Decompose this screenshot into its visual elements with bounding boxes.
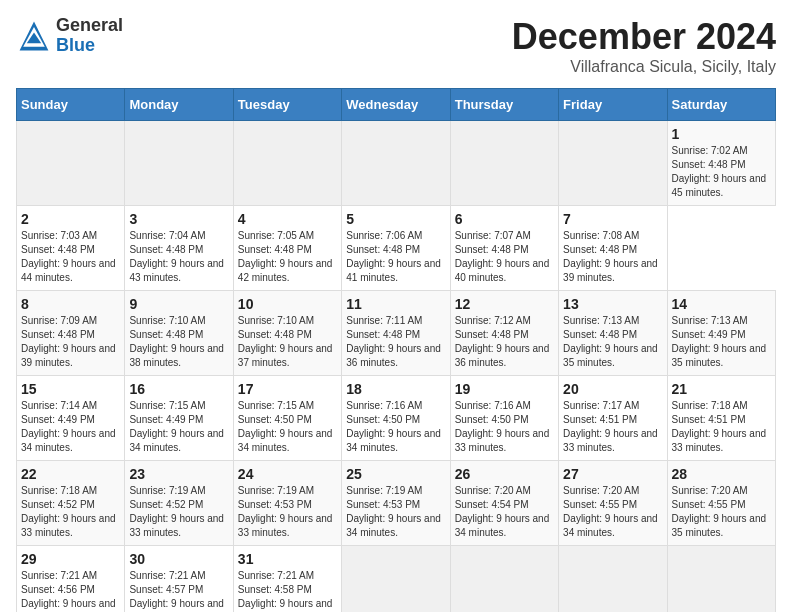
empty-cell [342,546,450,613]
header-saturday: Saturday [667,89,775,121]
calendar-day-27: 27Sunrise: 7:20 AMSunset: 4:55 PMDayligh… [559,461,667,546]
calendar-day-6: 6Sunrise: 7:07 AMSunset: 4:48 PMDaylight… [450,206,558,291]
empty-cell [667,546,775,613]
calendar-day-31: 31Sunrise: 7:21 AMSunset: 4:58 PMDayligh… [233,546,341,613]
location-title: Villafranca Sicula, Sicily, Italy [512,58,776,76]
calendar-week-row: 22Sunrise: 7:18 AMSunset: 4:52 PMDayligh… [17,461,776,546]
calendar-day-1: 1Sunrise: 7:02 AMSunset: 4:48 PMDaylight… [667,121,775,206]
calendar-day-22: 22Sunrise: 7:18 AMSunset: 4:52 PMDayligh… [17,461,125,546]
calendar-day-23: 23Sunrise: 7:19 AMSunset: 4:52 PMDayligh… [125,461,233,546]
calendar-table: SundayMondayTuesdayWednesdayThursdayFrid… [16,88,776,612]
calendar-day-16: 16Sunrise: 7:15 AMSunset: 4:49 PMDayligh… [125,376,233,461]
calendar-day-20: 20Sunrise: 7:17 AMSunset: 4:51 PMDayligh… [559,376,667,461]
calendar-day-11: 11Sunrise: 7:11 AMSunset: 4:48 PMDayligh… [342,291,450,376]
header-thursday: Thursday [450,89,558,121]
calendar-day-3: 3Sunrise: 7:04 AMSunset: 4:48 PMDaylight… [125,206,233,291]
calendar-day-5: 5Sunrise: 7:06 AMSunset: 4:48 PMDaylight… [342,206,450,291]
header-sunday: Sunday [17,89,125,121]
calendar-day-24: 24Sunrise: 7:19 AMSunset: 4:53 PMDayligh… [233,461,341,546]
header-wednesday: Wednesday [342,89,450,121]
header-friday: Friday [559,89,667,121]
calendar-day-15: 15Sunrise: 7:14 AMSunset: 4:49 PMDayligh… [17,376,125,461]
calendar-day-17: 17Sunrise: 7:15 AMSunset: 4:50 PMDayligh… [233,376,341,461]
empty-cell [450,121,558,206]
calendar-day-8: 8Sunrise: 7:09 AMSunset: 4:48 PMDaylight… [17,291,125,376]
logo-general: General [56,16,123,36]
calendar-week-row: 1Sunrise: 7:02 AMSunset: 4:48 PMDaylight… [17,121,776,206]
empty-cell [17,121,125,206]
calendar-week-row: 8Sunrise: 7:09 AMSunset: 4:48 PMDaylight… [17,291,776,376]
header-tuesday: Tuesday [233,89,341,121]
calendar-day-28: 28Sunrise: 7:20 AMSunset: 4:55 PMDayligh… [667,461,775,546]
calendar-week-row: 15Sunrise: 7:14 AMSunset: 4:49 PMDayligh… [17,376,776,461]
calendar-day-4: 4Sunrise: 7:05 AMSunset: 4:48 PMDaylight… [233,206,341,291]
calendar-day-9: 9Sunrise: 7:10 AMSunset: 4:48 PMDaylight… [125,291,233,376]
calendar-day-19: 19Sunrise: 7:16 AMSunset: 4:50 PMDayligh… [450,376,558,461]
empty-cell [233,121,341,206]
page-header: General Blue December 2024 Villafranca S… [16,16,776,76]
empty-cell [125,121,233,206]
calendar-day-10: 10Sunrise: 7:10 AMSunset: 4:48 PMDayligh… [233,291,341,376]
logo: General Blue [16,16,123,56]
calendar-day-13: 13Sunrise: 7:13 AMSunset: 4:48 PMDayligh… [559,291,667,376]
empty-cell [559,121,667,206]
calendar-day-25: 25Sunrise: 7:19 AMSunset: 4:53 PMDayligh… [342,461,450,546]
calendar-week-row: 29Sunrise: 7:21 AMSunset: 4:56 PMDayligh… [17,546,776,613]
logo-icon [16,18,52,54]
month-title: December 2024 [512,16,776,58]
calendar-header-row: SundayMondayTuesdayWednesdayThursdayFrid… [17,89,776,121]
calendar-day-2: 2Sunrise: 7:03 AMSunset: 4:48 PMDaylight… [17,206,125,291]
calendar-week-row: 2Sunrise: 7:03 AMSunset: 4:48 PMDaylight… [17,206,776,291]
empty-cell [342,121,450,206]
header-monday: Monday [125,89,233,121]
calendar-day-29: 29Sunrise: 7:21 AMSunset: 4:56 PMDayligh… [17,546,125,613]
calendar-day-21: 21Sunrise: 7:18 AMSunset: 4:51 PMDayligh… [667,376,775,461]
title-area: December 2024 Villafranca Sicula, Sicily… [512,16,776,76]
empty-cell [450,546,558,613]
calendar-day-12: 12Sunrise: 7:12 AMSunset: 4:48 PMDayligh… [450,291,558,376]
calendar-day-26: 26Sunrise: 7:20 AMSunset: 4:54 PMDayligh… [450,461,558,546]
empty-cell [559,546,667,613]
calendar-day-30: 30Sunrise: 7:21 AMSunset: 4:57 PMDayligh… [125,546,233,613]
logo-blue: Blue [56,36,123,56]
calendar-day-14: 14Sunrise: 7:13 AMSunset: 4:49 PMDayligh… [667,291,775,376]
calendar-day-7: 7Sunrise: 7:08 AMSunset: 4:48 PMDaylight… [559,206,667,291]
calendar-day-18: 18Sunrise: 7:16 AMSunset: 4:50 PMDayligh… [342,376,450,461]
